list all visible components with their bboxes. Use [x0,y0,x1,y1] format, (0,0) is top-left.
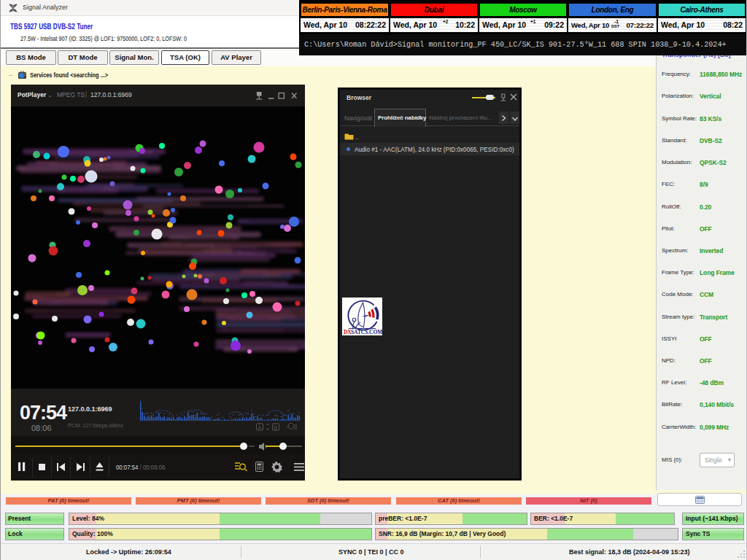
svg-text:A: A [258,425,262,430]
svg-text:B: B [274,425,278,430]
svg-text:SATCS.COM: SATCS.COM [351,329,382,335]
